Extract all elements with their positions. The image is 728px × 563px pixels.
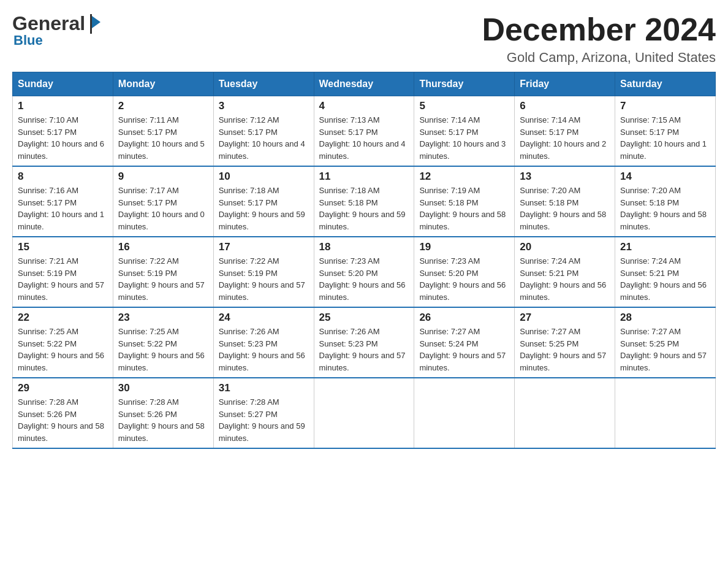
day-number: 13: [520, 170, 610, 183]
calendar-week-row: 8 Sunrise: 7:16 AMSunset: 5:17 PMDayligh…: [13, 166, 716, 237]
day-number: 15: [18, 241, 108, 253]
calendar-week-row: 1 Sunrise: 7:10 AMSunset: 5:17 PMDayligh…: [13, 96, 716, 167]
day-info: Sunrise: 7:23 AMSunset: 5:20 PMDaylight:…: [319, 256, 406, 302]
calendar-day-cell: 27 Sunrise: 7:27 AMSunset: 5:25 PMDaylig…: [515, 307, 615, 378]
day-number: 30: [118, 382, 208, 394]
calendar-day-cell: 17 Sunrise: 7:22 AMSunset: 5:19 PMDaylig…: [213, 237, 314, 307]
day-info: Sunrise: 7:25 AMSunset: 5:22 PMDaylight:…: [118, 327, 205, 372]
calendar-day-cell: 23 Sunrise: 7:25 AMSunset: 5:22 PMDaylig…: [113, 307, 213, 378]
day-of-week-header: Thursday: [414, 72, 515, 96]
day-info: Sunrise: 7:17 AMSunset: 5:17 PMDaylight:…: [118, 186, 205, 231]
day-number: 4: [319, 100, 409, 112]
calendar-day-cell: 28 Sunrise: 7:27 AMSunset: 5:25 PMDaylig…: [615, 307, 716, 378]
day-number: 10: [219, 170, 309, 183]
day-info: Sunrise: 7:22 AMSunset: 5:19 PMDaylight:…: [219, 256, 305, 302]
day-of-week-header: Friday: [515, 72, 615, 96]
calendar-week-row: 22 Sunrise: 7:25 AMSunset: 5:22 PMDaylig…: [13, 307, 716, 378]
calendar-day-cell: 12 Sunrise: 7:19 AMSunset: 5:18 PMDaylig…: [414, 166, 515, 237]
day-number: 12: [419, 170, 509, 183]
calendar-day-cell: 6 Sunrise: 7:14 AMSunset: 5:17 PMDayligh…: [515, 96, 615, 167]
day-info: Sunrise: 7:27 AMSunset: 5:24 PMDaylight:…: [419, 327, 506, 372]
day-info: Sunrise: 7:11 AMSunset: 5:17 PMDaylight:…: [118, 115, 205, 161]
calendar-day-cell: 16 Sunrise: 7:22 AMSunset: 5:19 PMDaylig…: [113, 237, 213, 307]
calendar-day-cell: 24 Sunrise: 7:26 AMSunset: 5:23 PMDaylig…: [213, 307, 314, 378]
day-info: Sunrise: 7:25 AMSunset: 5:22 PMDaylight:…: [18, 327, 104, 372]
day-of-week-header: Sunday: [13, 72, 113, 96]
logo-flag-icon: [86, 14, 100, 34]
day-number: 18: [319, 241, 409, 253]
logo: General Blue: [12, 12, 100, 48]
calendar-day-cell: [615, 378, 716, 448]
calendar-week-row: 15 Sunrise: 7:21 AMSunset: 5:19 PMDaylig…: [13, 237, 716, 307]
calendar-day-cell: 31 Sunrise: 7:28 AMSunset: 5:27 PMDaylig…: [213, 378, 314, 448]
calendar-day-cell: 25 Sunrise: 7:26 AMSunset: 5:23 PMDaylig…: [314, 307, 414, 378]
day-of-week-header: Monday: [113, 72, 213, 96]
day-info: Sunrise: 7:26 AMSunset: 5:23 PMDaylight:…: [319, 327, 406, 372]
calendar-day-cell: 19 Sunrise: 7:23 AMSunset: 5:20 PMDaylig…: [414, 237, 515, 307]
day-number: 11: [319, 170, 409, 183]
day-number: 26: [419, 312, 509, 324]
day-info: Sunrise: 7:27 AMSunset: 5:25 PMDaylight:…: [620, 327, 707, 372]
day-info: Sunrise: 7:16 AMSunset: 5:17 PMDaylight:…: [18, 186, 104, 231]
day-info: Sunrise: 7:26 AMSunset: 5:23 PMDaylight:…: [219, 327, 305, 372]
calendar-week-row: 29 Sunrise: 7:28 AMSunset: 5:26 PMDaylig…: [13, 378, 716, 448]
calendar-day-cell: 15 Sunrise: 7:21 AMSunset: 5:19 PMDaylig…: [13, 237, 113, 307]
day-number: 29: [18, 382, 108, 394]
day-info: Sunrise: 7:20 AMSunset: 5:18 PMDaylight:…: [620, 186, 707, 231]
calendar-header-row: SundayMondayTuesdayWednesdayThursdayFrid…: [13, 72, 716, 96]
day-info: Sunrise: 7:18 AMSunset: 5:17 PMDaylight:…: [219, 186, 305, 231]
logo-blue-text: Blue: [13, 33, 43, 48]
calendar-day-cell: 11 Sunrise: 7:18 AMSunset: 5:18 PMDaylig…: [314, 166, 414, 237]
day-info: Sunrise: 7:21 AMSunset: 5:19 PMDaylight:…: [18, 256, 104, 302]
day-number: 3: [219, 100, 309, 112]
day-info: Sunrise: 7:14 AMSunset: 5:17 PMDaylight:…: [419, 115, 506, 161]
calendar-day-cell: 21 Sunrise: 7:24 AMSunset: 5:21 PMDaylig…: [615, 237, 716, 307]
calendar-day-cell: 20 Sunrise: 7:24 AMSunset: 5:21 PMDaylig…: [515, 237, 615, 307]
calendar-day-cell: 2 Sunrise: 7:11 AMSunset: 5:17 PMDayligh…: [113, 96, 213, 167]
calendar-day-cell: 5 Sunrise: 7:14 AMSunset: 5:17 PMDayligh…: [414, 96, 515, 167]
day-number: 16: [118, 241, 208, 253]
calendar-day-cell: 7 Sunrise: 7:15 AMSunset: 5:17 PMDayligh…: [615, 96, 716, 167]
logo-general-text: General: [12, 12, 85, 35]
calendar-day-cell: 30 Sunrise: 7:28 AMSunset: 5:26 PMDaylig…: [113, 378, 213, 448]
day-info: Sunrise: 7:20 AMSunset: 5:18 PMDaylight:…: [520, 186, 606, 231]
calendar-day-cell: [414, 378, 515, 448]
calendar-day-cell: 14 Sunrise: 7:20 AMSunset: 5:18 PMDaylig…: [615, 166, 716, 237]
day-number: 1: [18, 100, 108, 112]
calendar-table: SundayMondayTuesdayWednesdayThursdayFrid…: [12, 72, 716, 449]
day-info: Sunrise: 7:28 AMSunset: 5:26 PMDaylight:…: [18, 397, 104, 443]
day-info: Sunrise: 7:15 AMSunset: 5:17 PMDaylight:…: [620, 115, 707, 161]
calendar-day-cell: [515, 378, 615, 448]
calendar-day-cell: 10 Sunrise: 7:18 AMSunset: 5:17 PMDaylig…: [213, 166, 314, 237]
calendar-day-cell: 29 Sunrise: 7:28 AMSunset: 5:26 PMDaylig…: [13, 378, 113, 448]
calendar-day-cell: 8 Sunrise: 7:16 AMSunset: 5:17 PMDayligh…: [13, 166, 113, 237]
day-info: Sunrise: 7:18 AMSunset: 5:18 PMDaylight:…: [319, 186, 406, 231]
day-info: Sunrise: 7:13 AMSunset: 5:17 PMDaylight:…: [319, 115, 406, 161]
calendar-day-cell: 18 Sunrise: 7:23 AMSunset: 5:20 PMDaylig…: [314, 237, 414, 307]
day-number: 7: [620, 100, 710, 112]
day-number: 28: [620, 312, 710, 324]
day-info: Sunrise: 7:28 AMSunset: 5:26 PMDaylight:…: [118, 397, 205, 443]
title-block: December 2024 Gold Camp, Arizona, United…: [482, 12, 716, 66]
day-number: 24: [219, 312, 309, 324]
main-title: December 2024: [482, 12, 716, 47]
calendar-day-cell: 4 Sunrise: 7:13 AMSunset: 5:17 PMDayligh…: [314, 96, 414, 167]
calendar-day-cell: 26 Sunrise: 7:27 AMSunset: 5:24 PMDaylig…: [414, 307, 515, 378]
day-info: Sunrise: 7:24 AMSunset: 5:21 PMDaylight:…: [620, 256, 707, 302]
calendar-day-cell: 22 Sunrise: 7:25 AMSunset: 5:22 PMDaylig…: [13, 307, 113, 378]
day-info: Sunrise: 7:24 AMSunset: 5:21 PMDaylight:…: [520, 256, 606, 302]
day-number: 6: [520, 100, 610, 112]
day-info: Sunrise: 7:28 AMSunset: 5:27 PMDaylight:…: [219, 397, 305, 443]
day-info: Sunrise: 7:23 AMSunset: 5:20 PMDaylight:…: [419, 256, 506, 302]
day-number: 20: [520, 241, 610, 253]
day-number: 5: [419, 100, 509, 112]
day-of-week-header: Saturday: [615, 72, 716, 96]
day-number: 14: [620, 170, 710, 183]
day-number: 21: [620, 241, 710, 253]
calendar-day-cell: 9 Sunrise: 7:17 AMSunset: 5:17 PMDayligh…: [113, 166, 213, 237]
day-number: 31: [219, 382, 309, 394]
day-number: 17: [219, 241, 309, 253]
day-info: Sunrise: 7:22 AMSunset: 5:19 PMDaylight:…: [118, 256, 205, 302]
day-number: 19: [419, 241, 509, 253]
day-number: 8: [18, 170, 108, 183]
